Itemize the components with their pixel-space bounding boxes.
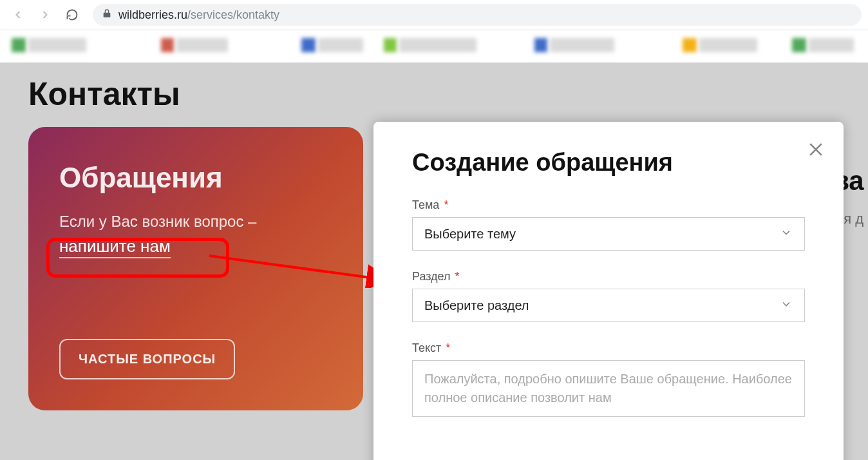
required-mark: * xyxy=(455,270,460,283)
url-text: wildberries.ru/services/kontakty xyxy=(118,8,279,22)
back-button[interactable] xyxy=(6,3,30,26)
create-appeal-modal: Создание обращения Тема * Выберите тему … xyxy=(373,122,844,460)
modal-title: Создание обращения xyxy=(412,149,813,177)
annotation-highlight-box xyxy=(46,238,229,278)
section-select-value: Выберите раздел xyxy=(424,298,529,313)
chevron-down-icon xyxy=(780,226,793,242)
theme-label: Тема * xyxy=(412,198,813,212)
page-content: Контакты Обращения Если у Вас возник воп… xyxy=(0,62,868,460)
text-label: Текст * xyxy=(412,341,813,355)
appeals-card: Обращения Если у Вас возник вопрос – нап… xyxy=(28,127,363,410)
faq-button[interactable]: ЧАСТЫЕ ВОПРОСЫ xyxy=(59,339,235,379)
page-title: Контакты xyxy=(28,75,180,113)
theme-select[interactable]: Выберите тему xyxy=(412,217,805,251)
lock-icon xyxy=(102,8,112,22)
section-select[interactable]: Выберите раздел xyxy=(412,289,805,322)
card-heading: Обращения xyxy=(59,162,332,194)
text-label-text: Текст xyxy=(412,341,441,354)
bookmarks-bar xyxy=(0,30,868,62)
address-bar[interactable]: wildberries.ru/services/kontakty xyxy=(93,4,862,26)
url-host: wildberries.ru xyxy=(118,8,187,21)
theme-select-value: Выберите тему xyxy=(424,227,516,242)
forward-button[interactable] xyxy=(33,3,57,26)
text-textarea[interactable]: Пожалуйста, подробно опишите Ваше обраще… xyxy=(412,360,805,417)
theme-label-text: Тема xyxy=(412,198,439,211)
close-button[interactable] xyxy=(806,140,826,159)
url-path: /services/kontakty xyxy=(187,8,279,21)
required-mark: * xyxy=(444,198,448,211)
section-label-text: Раздел xyxy=(412,270,451,283)
required-mark: * xyxy=(446,341,450,354)
card-subtext: Если у Вас возник вопрос – xyxy=(59,211,332,233)
reload-button[interactable] xyxy=(61,3,84,26)
section-label: Раздел * xyxy=(412,270,813,283)
browser-toolbar: wildberries.ru/services/kontakty xyxy=(0,0,868,30)
chevron-down-icon xyxy=(780,298,793,314)
